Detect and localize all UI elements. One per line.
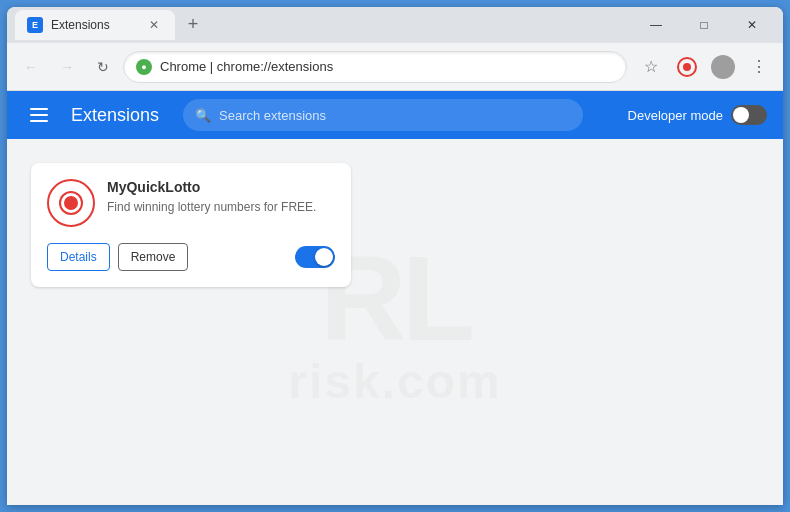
menu-button[interactable]: ⋮ <box>743 51 775 83</box>
active-tab[interactable]: E Extensions ✕ <box>15 10 175 40</box>
omnibox[interactable]: ● Chrome | chrome://extensions <box>123 51 627 83</box>
address-bar: ← → ↻ ● Chrome | chrome://extensions ☆ <box>7 43 783 91</box>
hamburger-icon <box>30 114 48 116</box>
extension-logo-icon <box>61 193 81 213</box>
search-placeholder: Search extensions <box>219 108 326 123</box>
secure-icon: ● <box>136 59 152 75</box>
extensions-header: Extensions 🔍 Search extensions Developer… <box>7 91 783 139</box>
watermark-bottom: risk.com <box>288 358 501 406</box>
window-controls: — □ ✕ <box>633 10 775 40</box>
tab-favicon: E <box>27 17 43 33</box>
extension-description: Find winning lottery numbers for FREE. <box>107 199 335 216</box>
search-icon: 🔍 <box>195 108 211 123</box>
developer-mode-section: Developer mode <box>628 105 767 125</box>
extension-toggle-knob <box>315 248 333 266</box>
extension-info: MyQuickLotto Find winning lottery number… <box>47 179 335 227</box>
profile-button[interactable] <box>707 51 739 83</box>
browser-window: E Extensions ✕ + — □ ✕ ← → ↻ ● Chrome | … <box>7 7 783 505</box>
forward-button[interactable]: → <box>51 51 83 83</box>
bookmark-button[interactable]: ☆ <box>635 51 667 83</box>
developer-mode-toggle[interactable] <box>731 105 767 125</box>
extension-details: MyQuickLotto Find winning lottery number… <box>107 179 335 216</box>
tab-close-button[interactable]: ✕ <box>145 16 163 34</box>
url-display: Chrome | chrome://extensions <box>160 59 333 74</box>
minimize-button[interactable]: — <box>633 10 679 40</box>
toggle-knob <box>733 107 749 123</box>
user-avatar <box>711 55 735 79</box>
menu-icon: ⋮ <box>751 57 767 76</box>
refresh-button[interactable]: ↻ <box>87 51 119 83</box>
details-button[interactable]: Details <box>47 243 110 271</box>
extension-logo <box>47 179 95 227</box>
extension-card: MyQuickLotto Find winning lottery number… <box>31 163 351 287</box>
record-icon <box>677 57 697 77</box>
extension-name: MyQuickLotto <box>107 179 335 195</box>
tab-label: Extensions <box>51 18 110 32</box>
new-tab-button[interactable]: + <box>179 10 207 38</box>
hamburger-menu-button[interactable] <box>23 99 55 131</box>
star-icon: ☆ <box>644 57 658 76</box>
record-button[interactable] <box>671 51 703 83</box>
extension-toggle[interactable] <box>295 246 335 268</box>
back-icon: ← <box>24 59 38 75</box>
extension-actions: Details Remove <box>47 243 335 271</box>
maximize-button[interactable]: □ <box>681 10 727 40</box>
hamburger-icon <box>30 108 48 110</box>
extensions-title: Extensions <box>71 105 159 126</box>
title-bar: E Extensions ✕ + — □ ✕ <box>7 7 783 43</box>
developer-mode-label: Developer mode <box>628 108 723 123</box>
content-area: RL risk.com MyQuickLotto Find winning lo… <box>7 139 783 505</box>
back-button[interactable]: ← <box>15 51 47 83</box>
search-box[interactable]: 🔍 Search extensions <box>183 99 583 131</box>
toolbar-icons: ☆ ⋮ <box>635 51 775 83</box>
refresh-icon: ↻ <box>97 59 109 75</box>
close-button[interactable]: ✕ <box>729 10 775 40</box>
remove-button[interactable]: Remove <box>118 243 189 271</box>
hamburger-icon <box>30 120 48 122</box>
forward-icon: → <box>60 59 74 75</box>
